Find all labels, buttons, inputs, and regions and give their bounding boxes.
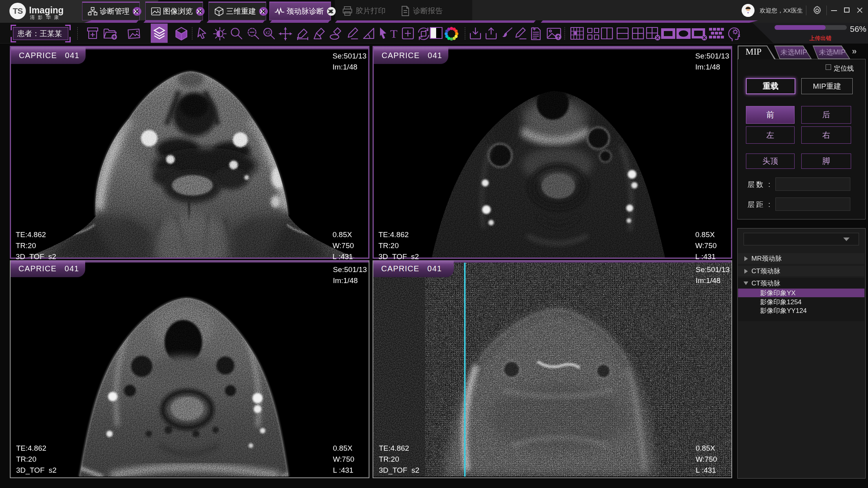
- svg-text:T: T: [390, 27, 397, 40]
- svg-text:x2: x2: [265, 30, 270, 35]
